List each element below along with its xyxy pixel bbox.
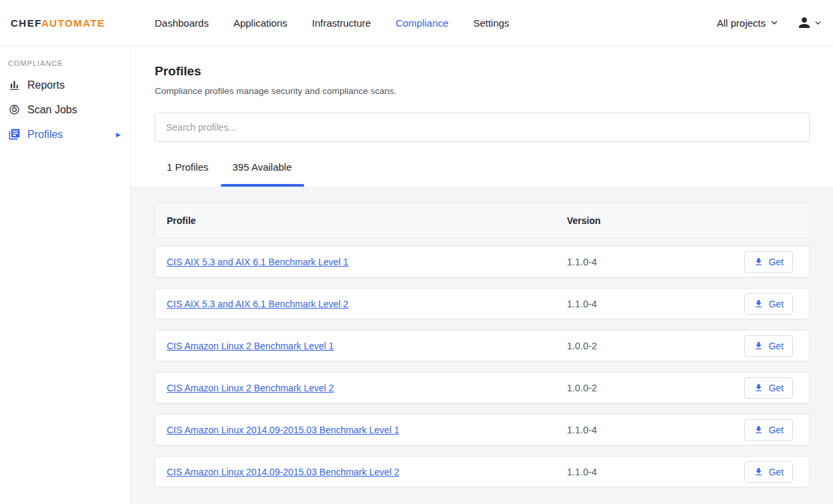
get-button-label: Get bbox=[768, 341, 784, 351]
logo-chef-text: CHEF bbox=[11, 17, 41, 29]
radar-icon bbox=[8, 103, 21, 116]
profile-link[interactable]: CIS AIX 5.3 and AIX 6.1 Benchmark Level … bbox=[167, 299, 348, 309]
user-menu[interactable] bbox=[796, 15, 822, 31]
sidebar-item-label: Reports bbox=[27, 79, 65, 91]
get-button[interactable]: Get bbox=[744, 293, 793, 315]
get-button[interactable]: Get bbox=[744, 419, 793, 441]
get-button-label: Get bbox=[768, 299, 784, 309]
profile-version: 1.1.0-4 bbox=[567, 467, 744, 477]
get-button-label: Get bbox=[768, 467, 784, 477]
table-row: CIS Amazon Linux 2014.09-2015.03 Benchma… bbox=[155, 414, 810, 445]
projects-dropdown[interactable]: All projects bbox=[717, 17, 779, 29]
table-row: CIS Amazon Linux 2014.09-2015.03 Benchma… bbox=[155, 456, 810, 487]
search-wrap bbox=[155, 113, 810, 142]
profile-version: 1.0.0-2 bbox=[567, 341, 744, 351]
table-header-row: Profile Version bbox=[155, 203, 810, 238]
download-icon bbox=[754, 341, 764, 351]
nav-item-compliance[interactable]: Compliance bbox=[395, 13, 448, 33]
tab-available-profiles[interactable]: 395 Available bbox=[221, 153, 304, 187]
page-subtitle: Compliance profiles manage security and … bbox=[155, 86, 810, 96]
logo-automate-text: AUTOMATE bbox=[41, 17, 105, 29]
table-row: CIS AIX 5.3 and AIX 6.1 Benchmark Level … bbox=[155, 288, 810, 319]
column-header-version: Version bbox=[567, 215, 793, 226]
profile-version: 1.1.0-4 bbox=[567, 425, 744, 435]
download-icon bbox=[754, 299, 764, 309]
get-button[interactable]: Get bbox=[744, 335, 793, 357]
profiles-tabs: 1 Profiles 395 Available bbox=[155, 153, 810, 187]
profiles-table: Profile Version CIS AIX 5.3 and AIX 6.1 … bbox=[131, 187, 833, 504]
table-row: CIS Amazon Linux 2 Benchmark Level 2 1.0… bbox=[155, 372, 810, 403]
sidebar-item-label: Profiles bbox=[27, 129, 63, 141]
download-icon bbox=[754, 425, 764, 435]
tab-my-profiles[interactable]: 1 Profiles bbox=[155, 153, 221, 187]
sidebar-item-reports[interactable]: Reports ▶ bbox=[0, 73, 130, 97]
table-row: CIS AIX 5.3 and AIX 6.1 Benchmark Level … bbox=[155, 246, 810, 277]
sidebar: COMPLIANCE Reports ▶ Scan Jobs ▶ Profile… bbox=[0, 46, 131, 504]
profile-link[interactable]: CIS AIX 5.3 and AIX 6.1 Benchmark Level … bbox=[167, 257, 348, 267]
active-arrow-icon: ▶ bbox=[116, 131, 121, 138]
profile-link[interactable]: CIS Amazon Linux 2014.09-2015.03 Benchma… bbox=[167, 425, 399, 435]
profile-link[interactable]: CIS Amazon Linux 2 Benchmark Level 1 bbox=[167, 341, 334, 351]
sidebar-item-profiles[interactable]: Profiles ▶ bbox=[0, 122, 130, 147]
profile-version: 1.1.0-4 bbox=[567, 257, 744, 267]
profile-version: 1.1.0-4 bbox=[567, 299, 744, 309]
sidebar-item-scan-jobs[interactable]: Scan Jobs ▶ bbox=[0, 97, 130, 122]
projects-dropdown-label: All projects bbox=[717, 17, 766, 29]
get-button-label: Get bbox=[768, 257, 784, 267]
nav-item-dashboards[interactable]: Dashboards bbox=[155, 13, 209, 33]
main-content: Profiles Compliance profiles manage secu… bbox=[131, 46, 833, 504]
column-header-profile: Profile bbox=[167, 215, 567, 226]
chevron-down-icon bbox=[770, 18, 779, 27]
chef-automate-logo[interactable]: CHEFAUTOMATE bbox=[11, 17, 155, 29]
page-title: Profiles bbox=[155, 64, 810, 79]
sidebar-section-compliance: COMPLIANCE bbox=[0, 59, 130, 67]
nav-item-settings[interactable]: Settings bbox=[473, 13, 509, 33]
get-button[interactable]: Get bbox=[744, 251, 793, 273]
download-icon bbox=[754, 257, 764, 267]
top-bar: CHEFAUTOMATE Dashboards Applications Inf… bbox=[0, 0, 833, 46]
chevron-down-icon bbox=[814, 19, 822, 27]
nav-item-infrastructure[interactable]: Infrastructure bbox=[312, 13, 371, 33]
main-nav: Dashboards Applications Infrastructure C… bbox=[155, 13, 534, 33]
topbar-right: All projects bbox=[717, 15, 822, 31]
search-profiles-input[interactable] bbox=[155, 113, 810, 142]
main-head: Profiles Compliance profiles manage secu… bbox=[131, 46, 833, 187]
get-button[interactable]: Get bbox=[744, 377, 793, 399]
sidebar-item-label: Scan Jobs bbox=[27, 104, 77, 116]
download-icon bbox=[754, 467, 764, 477]
download-icon bbox=[754, 383, 764, 393]
get-button-label: Get bbox=[768, 383, 784, 393]
bar-chart-icon bbox=[8, 79, 21, 91]
nav-item-applications[interactable]: Applications bbox=[233, 13, 287, 33]
table-row: CIS Amazon Linux 2 Benchmark Level 1 1.0… bbox=[155, 330, 810, 361]
profile-version: 1.0.0-2 bbox=[567, 383, 744, 393]
get-button[interactable]: Get bbox=[744, 461, 793, 483]
profile-link[interactable]: CIS Amazon Linux 2014.09-2015.03 Benchma… bbox=[167, 467, 399, 477]
get-button-label: Get bbox=[768, 425, 784, 435]
user-avatar-icon bbox=[796, 15, 812, 31]
library-books-icon bbox=[8, 128, 21, 141]
profile-link[interactable]: CIS Amazon Linux 2 Benchmark Level 2 bbox=[167, 383, 334, 393]
